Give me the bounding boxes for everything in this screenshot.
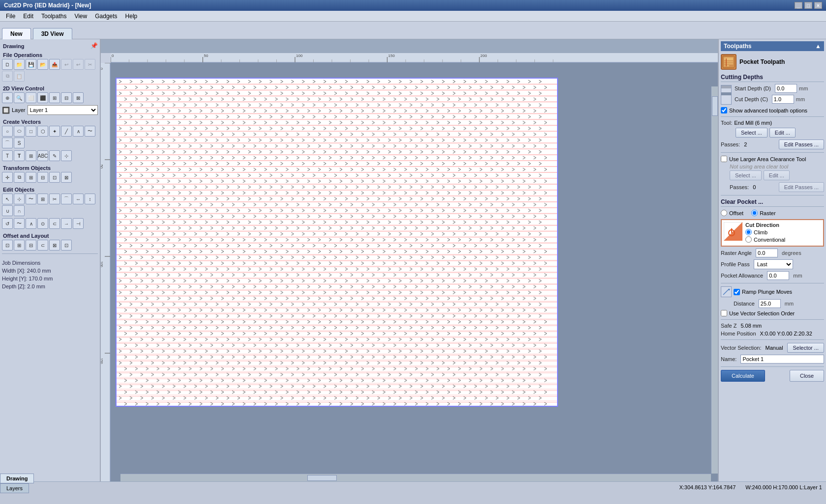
layout2-btn[interactable]: ⊡ (61, 240, 72, 251)
ramp-distance-input[interactable] (759, 299, 781, 308)
menu-edit[interactable]: Edit (19, 12, 37, 21)
extend-btn[interactable]: → (61, 218, 72, 229)
layout1-btn[interactable]: ⊠ (49, 240, 60, 251)
draw-rect-btn[interactable]: □ (26, 126, 36, 137)
draw-arc-btn[interactable]: ⌒ (2, 138, 13, 148)
trim2-btn[interactable]: ⊣ (73, 218, 84, 229)
minimize-btn[interactable]: _ (795, 2, 802, 9)
offset-radio[interactable] (721, 210, 727, 216)
node-edit-btn[interactable]: ⊹ (14, 194, 25, 204)
join-btn[interactable]: ⊂ (37, 240, 48, 251)
undo-btn[interactable]: ↩ (61, 59, 72, 70)
cut-depth-input[interactable] (772, 95, 794, 104)
raster-angle-input[interactable] (756, 249, 778, 257)
draw-bezier-btn[interactable]: S (14, 138, 25, 148)
menu-file[interactable]: File (2, 12, 19, 21)
import-btn[interactable]: ⊞ (26, 150, 36, 161)
draw-ellipse-btn[interactable]: ⬭ (14, 126, 25, 137)
cut-btn[interactable]: ✂ (85, 59, 95, 70)
align-btn[interactable]: ⊹ (61, 150, 72, 161)
raster-radio[interactable] (751, 210, 758, 216)
name-input[interactable] (740, 355, 824, 364)
tab-drawing[interactable]: Drawing (0, 474, 34, 481)
save-btn[interactable]: 💾 (26, 59, 36, 70)
draw-line-btn[interactable]: ╱ (61, 126, 72, 137)
drawing-canvas[interactable] (111, 63, 718, 481)
union-btn[interactable]: ∪ (2, 205, 13, 216)
zoom-window-btn[interactable]: ⬜ (26, 92, 36, 103)
vector-order-checkbox[interactable] (721, 310, 727, 316)
edit-nodes-btn[interactable]: ✎ (49, 150, 60, 161)
horizontal-scrollbar[interactable] (120, 474, 711, 481)
open-recent-btn[interactable]: 📂 (37, 59, 48, 70)
open-file-btn[interactable]: 📁 (14, 59, 25, 70)
view-grid-btn[interactable]: ⊞ (49, 92, 60, 103)
profile-pass-select[interactable]: Last First (754, 259, 793, 269)
select-btn[interactable]: ↖ (2, 194, 13, 204)
zoom-fit-btn[interactable]: ⊕ (2, 92, 13, 103)
smooth-btn[interactable]: 〜 (26, 194, 36, 204)
mirror-v-btn[interactable]: ↕ (85, 194, 95, 204)
menu-view[interactable]: View (70, 12, 91, 21)
tab-btn[interactable]: ⊂ (49, 218, 60, 229)
edit-passes2-btn[interactable]: Edit Passes ... (779, 182, 824, 192)
vertical-scrollbar[interactable] (711, 86, 718, 474)
mirror-h-btn[interactable]: ↔ (73, 194, 84, 204)
climb-radio[interactable] (745, 229, 752, 235)
zoom-selected-btn[interactable]: ⬛ (37, 92, 48, 103)
redo-btn[interactable]: ↩ (73, 59, 84, 70)
copy-place-btn[interactable]: ⧉ (14, 172, 25, 183)
ramp-plunge-checkbox[interactable] (734, 289, 740, 295)
larger-area-edit-btn[interactable]: Edit ... (764, 170, 790, 180)
dogbone-btn[interactable]: ⊙ (37, 218, 48, 229)
export-btn[interactable]: 📤 (49, 59, 60, 70)
pin-icon[interactable]: 📌 (90, 42, 98, 49)
curvy-btn[interactable]: 〜 (14, 218, 25, 229)
move-btn[interactable]: ✛ (2, 172, 13, 183)
menu-help[interactable]: Help (121, 12, 142, 21)
tool-edit-btn[interactable]: Edit ... (769, 128, 796, 138)
new-file-btn[interactable]: 🗋 (2, 59, 13, 70)
tab-new[interactable]: New (2, 28, 31, 39)
paste-btn[interactable]: 📋 (14, 71, 25, 82)
larger-area-select-btn[interactable]: Select ... (730, 170, 762, 180)
draw-polygon-btn[interactable]: ⬡ (37, 126, 48, 137)
draw-spiro-btn[interactable]: 〜 (85, 126, 95, 137)
edit-passes-btn[interactable]: Edit Passes ... (779, 140, 824, 149)
calculate-btn[interactable]: Calculate (721, 370, 765, 382)
larger-area-checkbox[interactable] (721, 156, 727, 162)
selector-btn[interactable]: Selector ... (787, 343, 824, 353)
group-btn[interactable]: ⊞ (26, 172, 36, 183)
view-toggle-btn[interactable]: ⊟ (61, 92, 72, 103)
draw-polyline-btn[interactable]: ∧ (73, 126, 84, 137)
conventional-radio[interactable] (745, 236, 752, 243)
zoom-in-btn[interactable]: 🔍 (14, 92, 25, 103)
ungroup-btn[interactable]: ⊟ (37, 172, 48, 183)
toolpaths-collapse-icon[interactable]: ▲ (815, 43, 821, 50)
text-arc-btn[interactable]: T (14, 150, 25, 161)
draw-circle-btn[interactable]: ○ (2, 126, 13, 137)
tool-select-btn[interactable]: Select ... (736, 128, 767, 138)
nesting-btn[interactable]: ⊞ (14, 240, 25, 251)
start-depth-input[interactable] (775, 84, 797, 93)
layer-select[interactable]: Layer 1 (28, 105, 98, 115)
pocket-allowance-input[interactable] (767, 271, 789, 280)
array-btn[interactable]: ⊟ (26, 240, 36, 251)
maximize-btn[interactable]: □ (804, 2, 812, 9)
copy-btn[interactable]: ⧉ (2, 71, 13, 82)
fillet-btn[interactable]: ⌒ (61, 194, 72, 204)
menu-gadgets[interactable]: Gadgets (91, 12, 121, 21)
rotate-btn[interactable]: ↺ (2, 218, 13, 229)
intersect-btn[interactable]: ∩ (14, 205, 25, 216)
text-layout-btn[interactable]: ABC (37, 150, 48, 161)
snap-btn[interactable]: ⊠ (73, 92, 84, 103)
weld-btn[interactable]: ⊞ (37, 194, 48, 204)
close-btn[interactable]: × (814, 2, 822, 9)
distribute-btn[interactable]: ⊠ (61, 172, 72, 183)
advanced-options-checkbox[interactable] (721, 107, 727, 113)
tab-3dview[interactable]: 3D View (33, 28, 72, 39)
scroll-thumb[interactable] (307, 475, 337, 481)
text-btn[interactable]: T (2, 150, 13, 161)
scale-btn[interactable]: ⊡ (49, 172, 60, 183)
draw-star-btn[interactable]: ✦ (49, 126, 60, 137)
